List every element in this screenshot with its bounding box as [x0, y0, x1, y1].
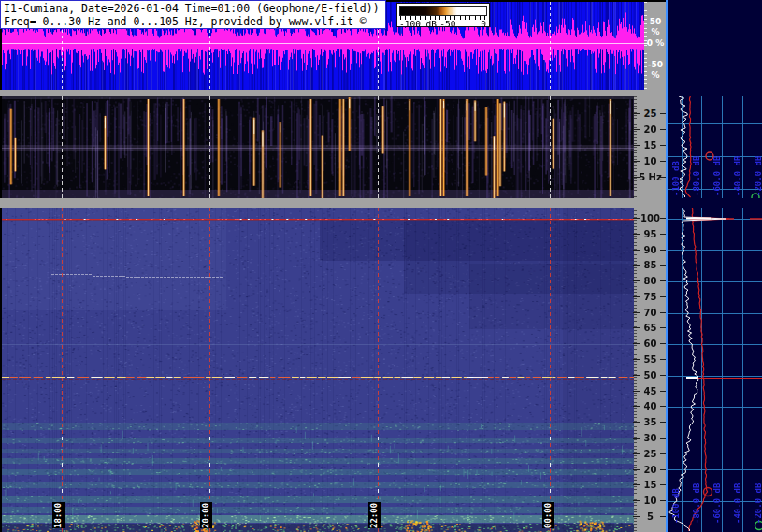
db-axis-label: -60.0 dB — [712, 473, 723, 524]
db-axis-label: -100 dB — [670, 473, 682, 524]
geophone-spectrogram — [2, 96, 634, 198]
freq-tick-label: 80 — [634, 276, 667, 287]
freq-tick-label: 45 — [634, 386, 667, 397]
db-axis-label: -80.0 dB — [691, 473, 702, 524]
db-axis-label: -40.0 dB — [732, 473, 743, 524]
freq-tick-label: 10 — [634, 496, 667, 507]
colorbar-gradient — [399, 6, 487, 16]
freq-tick-label: 20 — [634, 124, 667, 136]
db-axis-label: -40.0 dB — [732, 146, 743, 196]
freq-tick-label: 40 — [634, 401, 667, 412]
freq-tick-label: 35 — [634, 417, 667, 428]
title-line-2: Freq= 0...30 Hz and 0...105 Hz, provided… — [4, 15, 385, 28]
freq-tick-label: 10 — [634, 156, 667, 167]
freq-tick-label: 25 — [634, 108, 667, 120]
freq-tick-label: 15 — [634, 140, 667, 151]
colorbar-min-label: -100 dB — [399, 19, 437, 29]
freq-tick-label: 100 — [634, 213, 667, 224]
freq-tick-label: 85 — [634, 260, 667, 271]
db-axis-label: -100 dB — [670, 146, 682, 196]
freq-tick-label: 20 — [634, 465, 667, 476]
time-label: 20:00 — [200, 502, 212, 528]
colorbar-labels: -100 dB -50 0 — [397, 19, 489, 27]
freq-tick-label: 50 — [634, 370, 667, 381]
title-line-1: I1-Cumiana, Date=2026-01-04 Time=01:00 (… — [4, 2, 385, 15]
time-label: 18:00 — [52, 502, 65, 528]
title-box: I1-Cumiana, Date=2026-01-04 Time=01:00 (… — [0, 0, 386, 29]
freq-tick-label: 65 — [634, 323, 667, 334]
freq-tick-label: 30 — [634, 433, 667, 444]
vlf-monitor-screen: 50 % 0 % -50 % 25 20 15 10 5 Hz 100 95 9… — [0, 0, 762, 532]
freq-tick-label: 25 — [634, 449, 667, 460]
percent-tick-label: 0 % — [644, 38, 667, 49]
efield-spectrogram — [2, 208, 634, 532]
freq-tick-label: 75 — [634, 292, 667, 303]
freq-tick-label: 15 — [634, 480, 667, 491]
db-axis-label: -20.0 dB — [753, 146, 762, 196]
freq-tick-label: 55 — [634, 354, 667, 366]
spectrum-panel-right: -100 dB -80.0 dB -60.0 dB -40.0 dB -20.0… — [666, 0, 762, 532]
time-label: 00:00 — [542, 502, 554, 528]
separator-bar — [0, 90, 667, 96]
freq-tick-label: 70 — [634, 308, 667, 319]
colorbar-legend: -100 dB -50 0 — [396, 3, 490, 27]
colorbar-mid-label: -50 — [439, 19, 455, 29]
freq-tick-label: 90 — [634, 245, 667, 256]
freq-tick-label: 60 — [634, 338, 667, 350]
separator-bar — [0, 198, 667, 208]
freq-tick-label: 5 Hz — [634, 172, 667, 183]
db-axis-label: -20.0 dB — [753, 473, 762, 524]
colorbar-max-label: 0 — [481, 19, 486, 29]
freq-tick-label: 5 — [634, 511, 667, 523]
percent-tick-label: -50 % — [644, 60, 667, 80]
db-axis-label: -60.0 dB — [712, 146, 723, 196]
percent-tick-label: 50 % — [644, 17, 667, 37]
db-axis-label: -80.0 dB — [691, 146, 702, 196]
time-label: 22:00 — [368, 502, 381, 528]
freq-tick-label: 95 — [634, 229, 667, 240]
